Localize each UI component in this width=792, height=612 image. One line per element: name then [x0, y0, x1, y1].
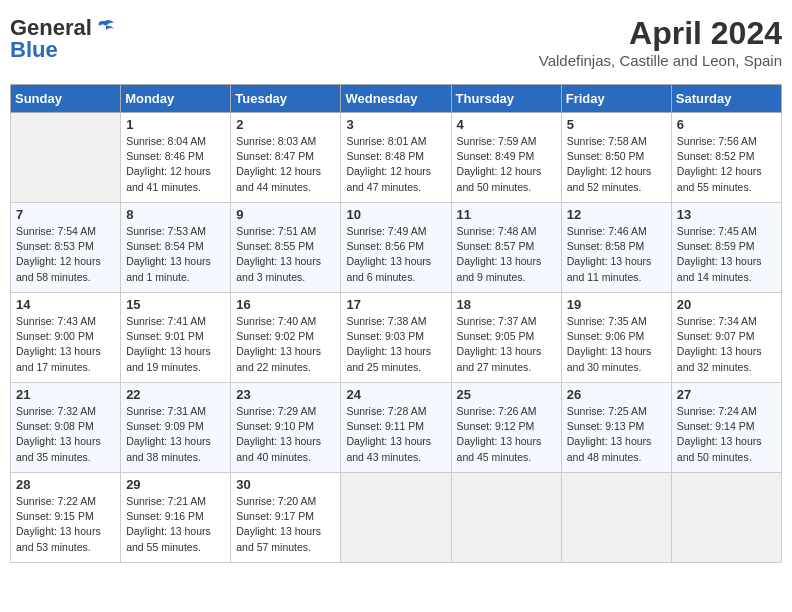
- calendar-cell: 24Sunrise: 7:28 AMSunset: 9:11 PMDayligh…: [341, 383, 451, 473]
- day-info-line: Sunrise: 7:58 AM: [567, 135, 647, 147]
- day-info-line: Daylight: 13 hours: [16, 525, 101, 537]
- day-number: 15: [126, 297, 225, 312]
- day-number: 12: [567, 207, 666, 222]
- calendar-cell: 18Sunrise: 7:37 AMSunset: 9:05 PMDayligh…: [451, 293, 561, 383]
- day-info-line: Sunrise: 7:48 AM: [457, 225, 537, 237]
- day-content: Sunrise: 7:26 AMSunset: 9:12 PMDaylight:…: [457, 404, 556, 465]
- day-content: Sunrise: 7:59 AMSunset: 8:49 PMDaylight:…: [457, 134, 556, 195]
- day-number: 7: [16, 207, 115, 222]
- day-info-line: Sunset: 9:08 PM: [16, 420, 94, 432]
- day-info-line: Sunrise: 7:21 AM: [126, 495, 206, 507]
- day-info-line: Sunset: 9:17 PM: [236, 510, 314, 522]
- logo-bird-icon: [94, 17, 116, 39]
- day-info-line: Sunrise: 7:34 AM: [677, 315, 757, 327]
- day-info-line: Sunset: 9:16 PM: [126, 510, 204, 522]
- day-info-line: Daylight: 13 hours: [567, 435, 652, 447]
- day-info-line: Sunrise: 7:24 AM: [677, 405, 757, 417]
- logo: General Blue: [10, 15, 116, 63]
- calendar-cell: 7Sunrise: 7:54 AMSunset: 8:53 PMDaylight…: [11, 203, 121, 293]
- calendar-cell: [11, 113, 121, 203]
- calendar-cell: 12Sunrise: 7:46 AMSunset: 8:58 PMDayligh…: [561, 203, 671, 293]
- day-info-line: and 30 minutes.: [567, 361, 642, 373]
- day-info-line: Daylight: 13 hours: [677, 435, 762, 447]
- day-info-line: Sunrise: 7:41 AM: [126, 315, 206, 327]
- day-info-line: Sunrise: 7:43 AM: [16, 315, 96, 327]
- day-number: 4: [457, 117, 556, 132]
- calendar-week-1: 1Sunrise: 8:04 AMSunset: 8:46 PMDaylight…: [11, 113, 782, 203]
- day-content: Sunrise: 7:54 AMSunset: 8:53 PMDaylight:…: [16, 224, 115, 285]
- day-content: Sunrise: 7:51 AMSunset: 8:55 PMDaylight:…: [236, 224, 335, 285]
- calendar-cell: 22Sunrise: 7:31 AMSunset: 9:09 PMDayligh…: [121, 383, 231, 473]
- day-info-line: Sunset: 9:06 PM: [567, 330, 645, 342]
- day-content: Sunrise: 8:01 AMSunset: 8:48 PMDaylight:…: [346, 134, 445, 195]
- day-info-line: Sunset: 9:09 PM: [126, 420, 204, 432]
- day-content: Sunrise: 7:29 AMSunset: 9:10 PMDaylight:…: [236, 404, 335, 465]
- day-number: 6: [677, 117, 776, 132]
- day-info-line: Sunrise: 7:49 AM: [346, 225, 426, 237]
- day-info-line: Daylight: 13 hours: [126, 435, 211, 447]
- day-number: 18: [457, 297, 556, 312]
- calendar-body: 1Sunrise: 8:04 AMSunset: 8:46 PMDaylight…: [11, 113, 782, 563]
- day-info-line: and 44 minutes.: [236, 181, 311, 193]
- calendar-week-2: 7Sunrise: 7:54 AMSunset: 8:53 PMDaylight…: [11, 203, 782, 293]
- day-info-line: and 22 minutes.: [236, 361, 311, 373]
- day-info-line: Sunset: 8:48 PM: [346, 150, 424, 162]
- calendar-cell: 30Sunrise: 7:20 AMSunset: 9:17 PMDayligh…: [231, 473, 341, 563]
- day-content: Sunrise: 8:04 AMSunset: 8:46 PMDaylight:…: [126, 134, 225, 195]
- day-content: Sunrise: 7:53 AMSunset: 8:54 PMDaylight:…: [126, 224, 225, 285]
- day-info-line: Sunset: 8:53 PM: [16, 240, 94, 252]
- day-info-line: and 43 minutes.: [346, 451, 421, 463]
- day-info-line: Sunset: 9:12 PM: [457, 420, 535, 432]
- day-info-line: Daylight: 13 hours: [126, 345, 211, 357]
- day-info-line: Sunrise: 7:35 AM: [567, 315, 647, 327]
- day-info-line: Sunset: 8:52 PM: [677, 150, 755, 162]
- day-number: 14: [16, 297, 115, 312]
- day-info-line: Sunset: 8:47 PM: [236, 150, 314, 162]
- day-info-line: Daylight: 13 hours: [236, 255, 321, 267]
- calendar-cell: 28Sunrise: 7:22 AMSunset: 9:15 PMDayligh…: [11, 473, 121, 563]
- calendar-cell: 26Sunrise: 7:25 AMSunset: 9:13 PMDayligh…: [561, 383, 671, 473]
- day-info-line: Sunrise: 8:04 AM: [126, 135, 206, 147]
- day-number: 10: [346, 207, 445, 222]
- day-content: Sunrise: 7:46 AMSunset: 8:58 PMDaylight:…: [567, 224, 666, 285]
- day-info-line: and 35 minutes.: [16, 451, 91, 463]
- calendar-cell: 9Sunrise: 7:51 AMSunset: 8:55 PMDaylight…: [231, 203, 341, 293]
- day-info-line: Sunrise: 7:37 AM: [457, 315, 537, 327]
- day-info-line: and 57 minutes.: [236, 541, 311, 553]
- day-info-line: Daylight: 13 hours: [16, 435, 101, 447]
- day-header-wednesday: Wednesday: [341, 85, 451, 113]
- day-info-line: and 55 minutes.: [677, 181, 752, 193]
- day-info-line: Sunset: 9:11 PM: [346, 420, 424, 432]
- day-info-line: Sunset: 8:56 PM: [346, 240, 424, 252]
- calendar-week-5: 28Sunrise: 7:22 AMSunset: 9:15 PMDayligh…: [11, 473, 782, 563]
- day-info-line: Daylight: 13 hours: [567, 255, 652, 267]
- day-content: Sunrise: 7:34 AMSunset: 9:07 PMDaylight:…: [677, 314, 776, 375]
- calendar-cell: 17Sunrise: 7:38 AMSunset: 9:03 PMDayligh…: [341, 293, 451, 383]
- day-info-line: Sunset: 8:58 PM: [567, 240, 645, 252]
- day-number: 24: [346, 387, 445, 402]
- day-content: Sunrise: 7:58 AMSunset: 8:50 PMDaylight:…: [567, 134, 666, 195]
- day-info-line: Daylight: 13 hours: [16, 345, 101, 357]
- day-info-line: Daylight: 12 hours: [126, 165, 211, 177]
- day-info-line: Sunrise: 7:26 AM: [457, 405, 537, 417]
- day-info-line: Daylight: 12 hours: [567, 165, 652, 177]
- day-content: Sunrise: 7:43 AMSunset: 9:00 PMDaylight:…: [16, 314, 115, 375]
- calendar-cell: 16Sunrise: 7:40 AMSunset: 9:02 PMDayligh…: [231, 293, 341, 383]
- day-number: 9: [236, 207, 335, 222]
- calendar-cell: 29Sunrise: 7:21 AMSunset: 9:16 PMDayligh…: [121, 473, 231, 563]
- day-info-line: Sunrise: 7:29 AM: [236, 405, 316, 417]
- day-content: Sunrise: 7:45 AMSunset: 8:59 PMDaylight:…: [677, 224, 776, 285]
- day-info-line: Daylight: 12 hours: [16, 255, 101, 267]
- calendar-cell: [341, 473, 451, 563]
- day-number: 13: [677, 207, 776, 222]
- calendar-cell: 13Sunrise: 7:45 AMSunset: 8:59 PMDayligh…: [671, 203, 781, 293]
- day-info-line: Daylight: 12 hours: [457, 165, 542, 177]
- calendar-cell: 14Sunrise: 7:43 AMSunset: 9:00 PMDayligh…: [11, 293, 121, 383]
- day-content: Sunrise: 7:48 AMSunset: 8:57 PMDaylight:…: [457, 224, 556, 285]
- day-info-line: Sunrise: 7:56 AM: [677, 135, 757, 147]
- day-number: 27: [677, 387, 776, 402]
- day-info-line: Daylight: 13 hours: [126, 525, 211, 537]
- calendar-cell: 21Sunrise: 7:32 AMSunset: 9:08 PMDayligh…: [11, 383, 121, 473]
- day-info-line: Sunset: 9:13 PM: [567, 420, 645, 432]
- day-info-line: Sunrise: 7:38 AM: [346, 315, 426, 327]
